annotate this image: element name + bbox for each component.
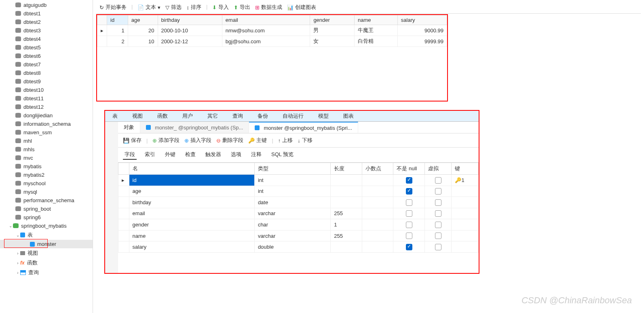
field-length[interactable]: 1	[331, 219, 362, 231]
col-decimal[interactable]: 小数点	[362, 163, 393, 175]
cell[interactable]: 9999.99	[397, 36, 447, 47]
tree-db-item[interactable]: dbtest8	[0, 69, 93, 77]
column-header[interactable]: email	[222, 15, 310, 25]
field-key[interactable]	[452, 241, 479, 253]
virtual-checkbox[interactable]	[435, 199, 441, 206]
notnull-checkbox[interactable]	[406, 210, 412, 217]
filter-button[interactable]: ▽ 筛选	[165, 4, 182, 11]
export-button[interactable]: ⬆ 导出	[234, 4, 250, 11]
col-name[interactable]: 名	[129, 163, 254, 175]
field-table[interactable]: 名 类型 长度 小数点 不是 null 虚拟 键 ▸idint🔑1ageintb…	[118, 163, 479, 253]
field-key[interactable]	[452, 208, 479, 219]
panel-tab[interactable]: 函数	[150, 111, 175, 121]
save-button[interactable]: 💾 保存	[123, 137, 141, 144]
field-length[interactable]	[331, 186, 362, 197]
field-key[interactable]	[452, 197, 479, 208]
design-tab[interactable]: 触发器	[204, 150, 223, 160]
tree-db-item[interactable]: mybatis	[0, 162, 93, 171]
table-row[interactable]: 2102000-12-12bgj@sohu.com女白骨精9999.99	[97, 36, 447, 47]
tab-objects[interactable]: 对象	[118, 122, 140, 133]
field-decimal[interactable]	[362, 208, 393, 219]
tree-db-item[interactable]: dbtest1	[0, 9, 93, 18]
notnull-checkbox[interactable]	[406, 222, 412, 228]
tree-db-item[interactable]: dbtest10	[0, 86, 93, 94]
panel-tab[interactable]: 图表	[336, 111, 361, 121]
column-header[interactable]: salary	[397, 15, 447, 25]
notnull-checkbox[interactable]	[406, 233, 412, 239]
field-key[interactable]: 🔑1	[452, 175, 479, 186]
column-header[interactable]: birthday	[158, 15, 222, 25]
field-key[interactable]	[452, 230, 479, 241]
field-length[interactable]	[331, 197, 362, 208]
notnull-checkbox[interactable]	[406, 177, 412, 184]
col-key[interactable]: 键	[452, 163, 479, 175]
field-length[interactable]	[331, 241, 362, 253]
cell[interactable]: 1	[107, 25, 128, 36]
cell[interactable]: 10	[128, 36, 158, 47]
field-row[interactable]: birthdaydate	[118, 197, 479, 208]
cell[interactable]: 女	[310, 36, 355, 47]
cell[interactable]: 2000-10-10	[158, 25, 222, 36]
design-tab[interactable]: 外键	[163, 150, 177, 160]
field-type[interactable]: char	[254, 219, 330, 231]
field-length[interactable]	[331, 175, 362, 186]
field-type[interactable]: varchar	[254, 230, 330, 241]
generate-data-button[interactable]: ⊞ 数据生成	[255, 4, 282, 11]
tree-views-node[interactable]: ›视图	[0, 248, 93, 258]
tree-tables-node[interactable]: ⌄表	[0, 230, 93, 240]
column-header[interactable]: age	[128, 15, 158, 25]
virtual-checkbox[interactable]	[435, 188, 441, 195]
field-type[interactable]: int	[254, 186, 330, 197]
field-row[interactable]: genderchar1	[118, 219, 479, 231]
design-tab[interactable]: 字段	[123, 150, 137, 160]
tree-db-item[interactable]: dbtest12	[0, 103, 93, 111]
field-decimal[interactable]	[362, 197, 393, 208]
tree-db-item[interactable]: dbtest5	[0, 43, 93, 52]
field-row[interactable]: ageint	[118, 186, 479, 197]
field-name[interactable]: salary	[129, 241, 254, 253]
add-field-button[interactable]: ⊕ 添加字段	[152, 137, 179, 144]
field-name[interactable]: gender	[129, 219, 254, 231]
table-row[interactable]: ▸1202000-10-10nmw@sohu.com男牛魔王9000.99	[97, 25, 447, 36]
move-down-button[interactable]: ↓ 下移	[298, 137, 312, 144]
tree-db-item[interactable]: mvc	[0, 154, 93, 162]
panel-tab[interactable]: 表	[105, 111, 125, 121]
notnull-checkbox[interactable]	[406, 199, 412, 206]
delete-field-button[interactable]: ⊖ 删除字段	[216, 137, 243, 144]
tree-db-item[interactable]: mhls	[0, 145, 93, 154]
tree-db-item[interactable]: dbtest11	[0, 94, 93, 103]
field-decimal[interactable]	[362, 230, 393, 241]
virtual-checkbox[interactable]	[435, 210, 441, 217]
virtual-checkbox[interactable]	[435, 244, 441, 250]
column-header[interactable]: gender	[310, 15, 355, 25]
field-key[interactable]	[452, 219, 479, 231]
field-row[interactable]: namevarchar255	[118, 230, 479, 241]
field-decimal[interactable]	[362, 241, 393, 253]
panel-tab[interactable]: 其它	[200, 111, 225, 121]
tab-monster-design[interactable]: monster_ @springboot_mybatis (Sp...	[140, 122, 249, 133]
tree-query-node[interactable]: ›查询	[0, 268, 93, 277]
database-tree[interactable]: atguigudbdbtest1dbtest2dbtest3dbtest4dbt…	[0, 0, 93, 313]
field-name[interactable]: id	[129, 175, 254, 186]
field-name[interactable]: name	[129, 230, 254, 241]
tree-db-item[interactable]: spring6	[0, 213, 93, 222]
tree-db-item[interactable]: dbtest9	[0, 77, 93, 86]
col-notnull[interactable]: 不是 null	[393, 163, 425, 175]
design-tab[interactable]: 检查	[184, 150, 197, 160]
col-length[interactable]: 长度	[331, 163, 362, 175]
tree-db-item[interactable]: mybatis2	[0, 171, 93, 179]
field-type[interactable]: double	[254, 241, 330, 253]
tree-functions-node[interactable]: ›fx函数	[0, 258, 93, 268]
panel-tab[interactable]: 用户	[175, 111, 200, 121]
panel-tab[interactable]: 视图	[125, 111, 150, 121]
design-tab[interactable]: 选项	[229, 150, 243, 160]
cell[interactable]: 2000-12-12	[158, 36, 222, 47]
column-header[interactable]: id	[107, 15, 128, 25]
cell[interactable]: 男	[310, 25, 355, 36]
text-button[interactable]: 📄 文本 ▾	[137, 4, 160, 11]
cell[interactable]: bgj@sohu.com	[222, 36, 310, 47]
col-virtual[interactable]: 虚拟	[424, 163, 451, 175]
tree-db-item[interactable]: information_schema	[0, 120, 93, 128]
move-up-button[interactable]: ↑ 上移	[278, 137, 293, 144]
field-decimal[interactable]	[362, 219, 393, 231]
